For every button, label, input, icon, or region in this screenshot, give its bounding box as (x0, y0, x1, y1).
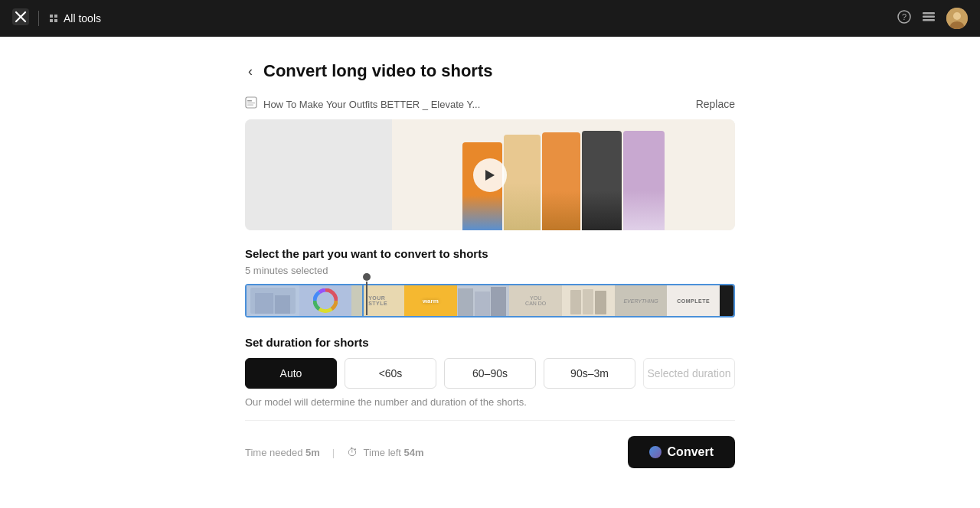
footer-separator: | (332, 447, 335, 458)
duration-lt60s-button[interactable]: <60s (345, 358, 436, 389)
timeline-selected-region (247, 285, 364, 316)
help-icon[interactable]: ? (897, 10, 911, 28)
video-preview (245, 119, 735, 230)
tframe-4: warm (404, 285, 457, 316)
file-icon (245, 96, 257, 112)
svg-rect-5 (923, 19, 935, 21)
all-tools-nav[interactable]: All tools (48, 12, 101, 24)
duration-buttons: Auto <60s 60–90s 90s–3m Selected duratio… (245, 358, 735, 389)
figure-3 (542, 132, 580, 230)
file-row: How To Make Your Outfits BETTER _ Elevat… (245, 96, 735, 112)
footer-info: Time needed 5m | ⏱ Time left 54m (245, 446, 424, 458)
figure-2 (504, 135, 541, 230)
clock-icon: ⏱ (347, 446, 358, 458)
duration-auto-button[interactable]: Auto (245, 358, 337, 389)
playhead-circle (363, 273, 371, 281)
convert-button[interactable]: Convert (628, 436, 735, 468)
tframe-6: YOUCAN DO (509, 285, 562, 316)
figure-5 (623, 131, 665, 230)
file-name: How To Make Your Outfits BETTER _ Elevat… (263, 99, 480, 110)
time-needed-value: 5m (305, 447, 320, 458)
model-note: Our model will determine the number and … (245, 396, 735, 408)
duration-section: Set duration for shorts Auto <60s 60–90s… (245, 336, 735, 408)
time-needed-label: Time needed 5m (245, 447, 320, 458)
footer-bar: Time needed 5m | ⏱ Time left 54m Convert (245, 430, 735, 468)
convert-btn-label: Convert (668, 445, 714, 459)
time-left-label: ⏱ Time left 54m (347, 446, 423, 458)
convert-btn-icon (649, 446, 662, 458)
svg-rect-12 (247, 105, 253, 106)
user-avatar[interactable] (946, 8, 968, 29)
panels-icon[interactable] (922, 10, 936, 28)
page-title: Convert long video to shorts (263, 61, 492, 81)
back-button[interactable]: ‹ (245, 62, 256, 81)
tframe-7 (562, 285, 615, 316)
timeline-playhead (363, 273, 371, 315)
svg-point-7 (953, 12, 961, 20)
play-button[interactable] (473, 158, 507, 192)
duration-selected-button[interactable]: Selected duration (643, 358, 735, 389)
tools-icon (48, 13, 59, 24)
svg-rect-11 (247, 103, 255, 103)
time-left-value: 54m (404, 447, 424, 458)
replace-button[interactable]: Replace (696, 98, 735, 110)
top-nav: All tools ? (0, 0, 980, 37)
app-logo (12, 8, 29, 29)
fashion-figures (392, 119, 735, 230)
page-header: ‹ Convert long video to shorts (245, 61, 735, 81)
section-divider (245, 420, 735, 421)
all-tools-label: All tools (64, 12, 101, 24)
tframe-8: EVERYTHING (615, 285, 668, 316)
selected-time-label: 5 minutes selected (245, 265, 735, 276)
playhead-line (366, 282, 368, 315)
duration-90-3m-button[interactable]: 90s–3m (544, 358, 635, 389)
duration-title: Set duration for shorts (245, 336, 735, 349)
select-part-label: Select the part you want to convert to s… (245, 247, 735, 260)
svg-text:?: ? (902, 12, 906, 21)
main-content: ‹ Convert long video to shorts How To Ma… (245, 37, 735, 493)
duration-60-90s-button[interactable]: 60–90s (444, 358, 536, 389)
nav-divider (38, 11, 39, 26)
tframe-9: COMPLETE (667, 285, 720, 316)
tframe-10 (720, 285, 733, 316)
timeline-container[interactable]: YOURSTYLE warm YOUCAN DO (245, 284, 735, 318)
svg-rect-4 (923, 15, 935, 18)
nav-right: ? (897, 8, 968, 29)
figure-4 (582, 131, 622, 230)
timeline-strip[interactable]: YOURSTYLE warm YOUCAN DO (245, 284, 735, 318)
file-info: How To Make Your Outfits BETTER _ Elevat… (245, 96, 480, 112)
svg-rect-10 (247, 100, 252, 102)
svg-rect-3 (923, 12, 935, 15)
tframe-5 (457, 285, 510, 316)
